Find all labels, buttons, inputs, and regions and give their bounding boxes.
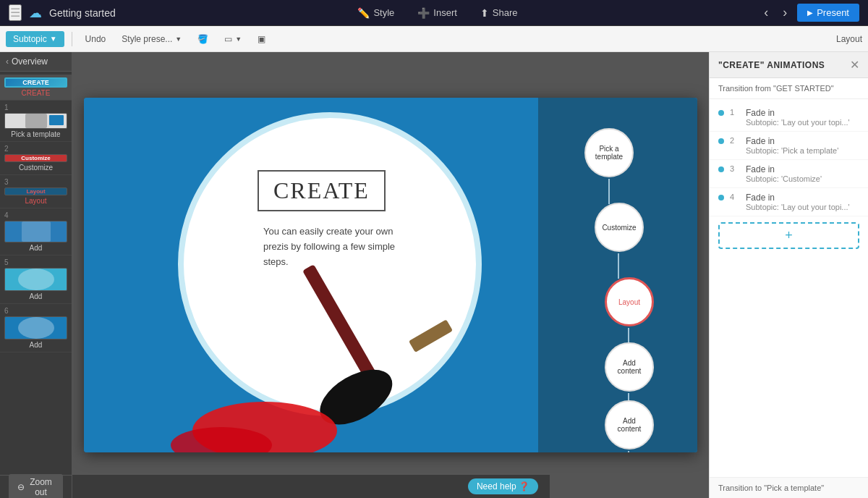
fill-button[interactable]: 🪣 [192,31,214,47]
anim-content-1: Fade in Subtopic: 'Lay out your topi...' [746,108,859,127]
top-bar: ☰ ☁ Getting started ✏️ Style ➕ Insert ⬆ … [0,0,868,26]
add-animation-button[interactable]: + [718,222,859,249]
slide-thumb-1 [4,113,67,129]
bottom-bar: ⊖ Zoom out [0,475,72,498]
connector-5 [628,451,629,452]
anim-bullet-4 [718,195,724,201]
dropdown-arrow-icon: ▼ [50,35,57,43]
layout-icon: ▣ [258,34,265,44]
node-pick-template[interactable]: Pick atemplate [584,128,634,177]
anim-bullet-2 [718,138,724,144]
slide-item-4[interactable]: 4 Add [0,208,72,256]
right-panel-title: "CREATE" ANIMATIONS [718,60,825,70]
layout-label: Layout [836,34,862,44]
node-layout[interactable]: Layout [605,277,654,326]
top-nav: ✏️ Style ➕ Insert ⬆ Share [347,4,527,22]
thumb-create-label: CREATE [22,79,48,86]
app-title: Getting started [49,7,116,19]
slide-number-1: 1 [4,104,9,111]
node-add-content-2[interactable]: Addcontent [605,400,654,450]
undo-button[interactable]: Undo [80,31,112,47]
slide-label-6: Add [30,341,43,349]
anim-type-2: Fade in [746,136,859,146]
close-panel-button[interactable]: ✕ [850,58,859,72]
anim-bullet-1 [718,110,724,116]
insert-button[interactable]: ➕ Insert [407,4,467,22]
slide-item-0[interactable]: CREATE CREATE [0,75,72,101]
anim-type-3: Fade in [746,164,859,174]
transition-from-label: Transition from "GET STARTED" [710,78,868,99]
panel-header: ‹ Overview [0,52,72,72]
slide-thumb-2: Customize [4,154,67,162]
cloud-icon: ☁ [29,5,42,21]
slide-label-1: Pick a template [11,130,60,138]
left-panel: ‹ Overview CREATE CREATE 1 Pick a templa… [0,52,72,498]
right-panel-header: "CREATE" ANIMATIONS ✕ [710,52,868,78]
insert-icon: ➕ [417,7,430,19]
create-subtitle: You can easily create your own prezis by… [263,224,408,269]
prev-button[interactable]: ‹ [760,4,773,22]
style-preset-button[interactable]: Style prese... ▼ [116,31,187,47]
style-button[interactable]: ✏️ Style [347,4,404,22]
anim-number-4: 4 [730,193,740,201]
slide-item-6[interactable]: 6 Add [0,304,72,353]
slide-item-3[interactable]: 3 Layout Layout [0,175,72,208]
zoom-icon: ⊖ [17,482,25,492]
border-dropdown-icon: ▼ [235,35,242,43]
slide-label-4: Add [30,244,43,252]
create-title-box: CREATE [258,170,386,211]
main-content: ‹ Overview CREATE CREATE 1 Pick a templa… [0,52,868,498]
slide-label-3: Layout [25,197,46,205]
subtopic-button[interactable]: Subtopic ▼ [6,31,64,47]
layout-toggle-button[interactable]: ▣ [252,31,271,47]
anim-type-1: Fade in [746,108,859,118]
anim-number-1: 1 [730,108,740,117]
anim-type-4: Fade in [746,193,859,203]
style-icon: ✏️ [357,7,370,19]
toolbar-separator [72,32,72,46]
panel-collapse-icon[interactable]: ‹ [6,56,9,67]
slide-number-6: 6 [4,307,9,315]
slide-number-5: 5 [4,258,9,266]
zoom-out-button[interactable]: ⊖ Zoom out [9,474,63,499]
border-button[interactable]: ▭ ▼ [218,31,247,47]
toolbar: Subtopic ▼ Undo Style prese... ▼ 🪣 ▭ ▼ ▣… [0,26,868,52]
anim-content-4: Fade in Subtopic: 'Lay out your topi...' [746,193,859,211]
animation-item-4: 4 Fade in Subtopic: 'Lay out your topi..… [710,188,868,216]
need-help-button[interactable]: Need help ❓ [468,478,538,494]
slide-canvas[interactable]: CREATE You can easily create your own pr… [84,98,697,452]
transition-to-label: Transition to "Pick a template" [710,477,868,498]
share-button[interactable]: ⬆ Share [470,4,528,22]
slide-item-2[interactable]: 2 Customize Customize [0,142,72,175]
top-bar-right: ‹ › Present [760,4,859,22]
animation-item-3: 3 Fade in Subtopic: 'Customize' [710,160,868,188]
canvas-area: CREATE You can easily create your own pr… [72,52,709,498]
style-dropdown-icon: ▼ [175,35,182,43]
share-icon: ⬆ [480,7,489,19]
next-button[interactable]: › [778,4,791,22]
connector-2 [618,253,619,279]
anim-sub-2: Subtopic: 'Pick a template' [746,146,859,155]
canvas-wrapper: CREATE You can easily create your own pr… [72,52,709,498]
animation-item-1: 1 Fade in Subtopic: 'Lay out your topi..… [710,104,868,132]
slide-thumb-4 [4,221,67,242]
slide-item-1[interactable]: 1 Pick a template [0,101,72,142]
slide-number-3: 3 [4,178,9,186]
animation-list: 1 Fade in Subtopic: 'Lay out your topi..… [710,99,868,477]
present-button[interactable]: Present [797,4,859,22]
node-customize[interactable]: Customize [595,203,644,252]
slide-thumb-6 [4,316,67,339]
slide-list: CREATE CREATE 1 Pick a template 2 Custom… [0,72,72,475]
anim-sub-3: Subtopic: 'Customize' [746,174,859,183]
right-panel: "CREATE" ANIMATIONS ✕ Transition from "G… [709,52,868,498]
slide-thumb-5 [4,268,67,291]
menu-button[interactable]: ☰ [9,4,22,21]
node-add-content-1[interactable]: Addcontent [605,342,654,392]
slide-thumb-3: Layout [4,187,67,195]
slide-label-2: Customize [19,164,53,172]
slide-label-5: Add [30,292,43,300]
anim-content-2: Fade in Subtopic: 'Pick a template' [746,136,859,155]
anim-content-3: Fade in Subtopic: 'Customize' [746,164,859,183]
slide-item-5[interactable]: 5 Add [0,256,72,304]
anim-sub-4: Subtopic: 'Lay out your topi...' [746,203,859,211]
